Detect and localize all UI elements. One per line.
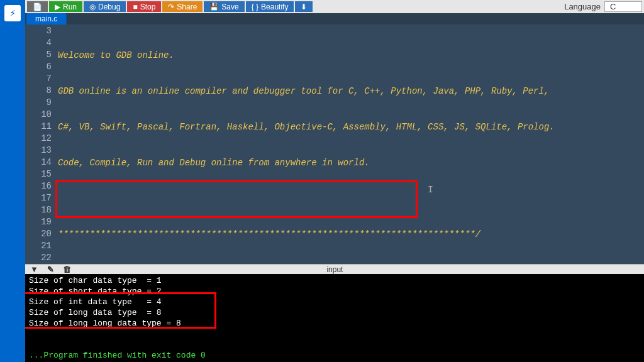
line-gutter: 345678910111213141516171819202122	[25, 25, 58, 264]
bug-icon: ◎	[89, 3, 96, 11]
left-sidebar: ⚡	[0, 0, 25, 362]
download-icon: ⬇	[301, 3, 307, 11]
download-button[interactable]: ⬇	[295, 1, 313, 12]
braces-icon: { }	[252, 3, 258, 11]
save-label: Save	[221, 3, 238, 11]
output-line: Size of short data type = 2	[29, 286, 640, 297]
output-line: Size of long data type = 8	[29, 307, 640, 318]
stop-label: Stop	[140, 3, 156, 11]
play-icon: ▶	[55, 3, 60, 11]
main-area: 📄 ▶Run ◎Debug ■Stop ↷Share 💾Save { }Beau…	[25, 0, 644, 362]
language-select[interactable]: C	[604, 1, 642, 12]
beautify-button[interactable]: { }Beautify	[246, 1, 294, 12]
run-label: Run	[63, 3, 77, 11]
stop-icon: ■	[133, 3, 137, 11]
new-file-button[interactable]: 📄	[27, 1, 48, 12]
ide-logo-icon: ⚡	[4, 5, 21, 21]
comment: GDB online is an online compiler and deb…	[58, 86, 549, 96]
comment: Welcome to GDB online.	[58, 50, 174, 60]
debug-button[interactable]: ◎Debug	[84, 1, 126, 12]
output-line: Size of int data type = 4	[29, 297, 640, 307]
comment: C#, VB, Swift, Pascal, Fortran, Haskell,…	[58, 122, 555, 132]
collapse-icon[interactable]: ▼	[30, 265, 38, 274]
run-button[interactable]: ▶Run	[49, 1, 82, 12]
save-button[interactable]: 💾Save	[204, 1, 244, 12]
trash-icon[interactable]: 🗑	[63, 265, 71, 274]
spacer	[314, 1, 558, 12]
code-editor[interactable]: 345678910111213141516171819202122 Welcom…	[25, 25, 644, 264]
code-area[interactable]: Welcome to GDB online. GDB online is an …	[58, 25, 644, 264]
toolbar: 📄 ▶Run ◎Debug ■Stop ↷Share 💾Save { }Beau…	[25, 0, 644, 13]
save-icon: 💾	[209, 3, 219, 11]
edit-icon[interactable]: ✎	[47, 265, 54, 274]
file-icon: 📄	[33, 3, 42, 11]
beautify-label: Beautify	[261, 3, 288, 11]
output-line: Size of long long data type = 8	[29, 318, 640, 329]
share-button[interactable]: ↷Share	[162, 1, 203, 12]
share-icon: ↷	[168, 3, 174, 11]
exit-line: ...Program finished with exit code 0	[29, 350, 640, 361]
comment: ****************************************…	[58, 229, 480, 239]
language-label: Language	[559, 1, 603, 12]
tab-main-c[interactable]: main.c	[26, 13, 67, 25]
console-header: ▼ ✎ 🗑 input	[25, 265, 644, 274]
share-label: Share	[177, 3, 197, 11]
console-output[interactable]: Size of char data type = 1 Size of short…	[25, 274, 644, 362]
output-line: Size of char data type = 1	[29, 275, 640, 286]
comment: Code, Compile, Run and Debug online from…	[58, 158, 370, 168]
console-input-label: input	[76, 265, 594, 274]
stop-button[interactable]: ■Stop	[127, 1, 161, 12]
tabstrip: main.c	[25, 13, 644, 25]
ibeam-cursor-icon: I	[428, 184, 433, 196]
debug-label: Debug	[98, 3, 120, 11]
